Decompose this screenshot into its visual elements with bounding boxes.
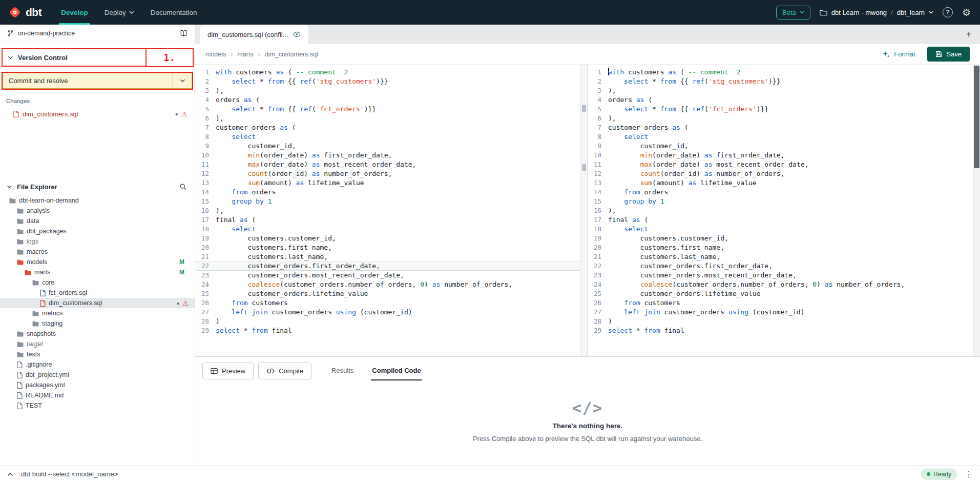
project-selector[interactable]: dbt Learn - mwong / dbt_learn xyxy=(820,9,933,16)
nav-deploy[interactable]: Deploy xyxy=(96,0,142,25)
code-line-24[interactable]: 24 coalesce(customer_orders.number_of_or… xyxy=(588,280,973,289)
code-line-5[interactable]: 5 select * from {{ ref('fct_orders')}} xyxy=(588,105,973,114)
eye-icon[interactable] xyxy=(293,31,301,37)
code-line-23[interactable]: 23 customer_orders.most_recent_order_dat… xyxy=(588,271,973,280)
code-line-22[interactable]: 22 customer_orders.first_order_date, xyxy=(195,262,580,271)
code-line-6[interactable]: 6), xyxy=(588,114,973,123)
preview-button[interactable]: Preview xyxy=(202,363,254,379)
changed-file-dim_customers.sql[interactable]: dim_customers.sql•⚠ xyxy=(0,107,195,120)
breadcrumb-models[interactable]: models xyxy=(205,51,226,58)
help-button[interactable]: ? xyxy=(943,7,953,17)
tree-item-dbt_packages[interactable]: dbt_packages xyxy=(0,226,195,236)
commit-and-resolve-button[interactable]: Commit and resolve xyxy=(3,73,192,89)
code-line-6[interactable]: 6), xyxy=(195,114,580,123)
format-button[interactable]: Format xyxy=(883,50,915,58)
code-line-10[interactable]: 10 min(order_date) as first_order_date, xyxy=(195,151,580,160)
code-line-9[interactable]: 9 customer_id, xyxy=(195,142,580,151)
code-line-18[interactable]: 18 select xyxy=(195,225,580,234)
tree-item-target[interactable]: target xyxy=(0,339,195,349)
tree-item-metrics[interactable]: metrics xyxy=(0,308,195,318)
tree-item-staging[interactable]: staging xyxy=(0,318,195,329)
kebab-menu-icon[interactable]: ⋮ xyxy=(965,470,973,478)
tree-item-packages.yml[interactable]: packages.yml xyxy=(0,380,195,390)
docs-book-icon[interactable] xyxy=(180,30,187,37)
code-line-27[interactable]: 27 left join customer_orders using (cust… xyxy=(195,308,580,317)
code-line-21[interactable]: 21 customers.last_name, xyxy=(195,252,580,262)
code-line-22[interactable]: 22 customer_orders.first_order_date, xyxy=(588,262,973,271)
tree-item-core[interactable]: core xyxy=(0,277,195,288)
code-line-23[interactable]: 23 customer_orders.most_recent_order_dat… xyxy=(195,271,580,280)
tree-item-fct_orders.sql[interactable]: fct_orders.sql xyxy=(0,288,195,298)
code-line-3[interactable]: 3), xyxy=(588,86,973,95)
tree-item-dim_customers.sql[interactable]: dim_customers.sql•⚠ xyxy=(0,298,195,308)
tree-item-logs[interactable]: logs xyxy=(0,236,195,247)
save-button[interactable]: Save xyxy=(927,47,970,62)
code-line-9[interactable]: 9 customer_id, xyxy=(588,142,973,151)
tree-item-README.md[interactable]: README.md xyxy=(0,390,195,400)
chevron-down-icon[interactable] xyxy=(8,56,13,59)
code-line-15[interactable]: 15 group by 1 xyxy=(195,197,580,206)
beta-toggle[interactable]: Beta xyxy=(776,6,810,19)
code-line-16[interactable]: 16), xyxy=(588,206,973,215)
code-line-16[interactable]: 16), xyxy=(195,206,580,215)
code-line-25[interactable]: 25 customer_orders.lifetime_value xyxy=(195,289,580,298)
tree-item-macros[interactable]: macros xyxy=(0,247,195,257)
code-line-26[interactable]: 26 from customers xyxy=(588,298,973,308)
code-line-24[interactable]: 24 coalesce(customer_orders.number_of_or… xyxy=(195,280,580,289)
tab-compiled-code[interactable]: Compiled Code xyxy=(371,362,422,380)
settings-gear-icon[interactable]: ⚙ xyxy=(962,8,971,17)
breadcrumb-file[interactable]: dim_customers.sql xyxy=(265,51,318,58)
code-line-29[interactable]: 29select * from final xyxy=(195,326,580,335)
chevron-down-icon[interactable] xyxy=(7,185,12,189)
code-line-2[interactable]: 2 select * from {{ ref('stg_customers')}… xyxy=(588,77,973,86)
editor-pane-left[interactable]: 1with customers as ( -- comment 22 selec… xyxy=(195,65,587,356)
scrollbar-thumb[interactable] xyxy=(974,66,979,168)
code-line-28[interactable]: 28) xyxy=(588,317,973,326)
code-line-3[interactable]: 3), xyxy=(195,86,580,95)
code-line-13[interactable]: 13 sum(amount) as lifetime_value xyxy=(195,178,580,188)
tree-item-.gitignore[interactable]: .gitignore xyxy=(0,359,195,370)
tree-item-marts[interactable]: martsM xyxy=(0,267,195,277)
tree-item-TEST[interactable]: TEST xyxy=(0,400,195,411)
code-line-17[interactable]: 17final as ( xyxy=(588,215,973,225)
file-explorer-title[interactable]: File Explorer xyxy=(17,183,57,191)
editor-scrollbar[interactable] xyxy=(973,65,980,356)
compile-button[interactable]: Compile xyxy=(258,363,311,379)
code-line-20[interactable]: 20 customers.first_name, xyxy=(588,243,973,252)
tab-results[interactable]: Results xyxy=(330,362,355,380)
dbt-logo[interactable]: dbt xyxy=(0,0,53,25)
version-control-title[interactable]: Version Control xyxy=(18,54,68,62)
code-line-12[interactable]: 12 count(order_id) as number_of_orders, xyxy=(195,169,580,178)
code-line-20[interactable]: 20 customers.first_name, xyxy=(195,243,580,252)
code-line-27[interactable]: 27 left join customer_orders using (cust… xyxy=(588,308,973,317)
code-line-28[interactable]: 28) xyxy=(195,317,580,326)
tree-item-dbt_project.yml[interactable]: dbt_project.yml xyxy=(0,370,195,380)
code-line-19[interactable]: 19 customers.customer_id, xyxy=(195,234,580,243)
command-input[interactable]: dbt build --select <model_name> xyxy=(21,470,118,478)
chevron-up-icon[interactable] xyxy=(7,472,13,476)
code-line-8[interactable]: 8 select xyxy=(588,132,973,142)
code-line-1[interactable]: 1with customers as ( -- comment 2 xyxy=(195,68,580,77)
branch-selector[interactable]: on-demand-practice xyxy=(0,25,195,42)
code-line-14[interactable]: 14 from orders xyxy=(195,188,580,197)
code-line-2[interactable]: 2 select * from {{ ref('stg_customers')}… xyxy=(195,77,580,86)
code-line-12[interactable]: 12 count(order_id) as number_of_orders, xyxy=(588,169,973,178)
code-line-15[interactable]: 15 group by 1 xyxy=(588,197,973,206)
nav-develop[interactable]: Develop xyxy=(53,0,96,25)
code-line-17[interactable]: 17final as ( xyxy=(195,215,580,225)
breadcrumb-marts[interactable]: marts xyxy=(237,51,253,58)
code-line-7[interactable]: 7customer_orders as ( xyxy=(195,123,580,132)
code-line-11[interactable]: 11 max(order_date) as most_recent_order_… xyxy=(588,160,973,169)
code-line-21[interactable]: 21 customers.last_name, xyxy=(588,252,973,262)
code-line-7[interactable]: 7customer_orders as ( xyxy=(588,123,973,132)
tree-item-dbt-learn-on-demand[interactable]: dbt-learn-on-demand xyxy=(0,195,195,206)
code-line-10[interactable]: 10 min(order_date) as first_order_date, xyxy=(588,151,973,160)
code-line-18[interactable]: 18 select xyxy=(588,225,973,234)
code-line-4[interactable]: 4orders as ( xyxy=(588,95,973,105)
code-line-8[interactable]: 8 select xyxy=(195,132,580,142)
code-line-1[interactable]: 1with customers as ( -- comment 2 xyxy=(588,68,973,77)
code-line-29[interactable]: 29select * from final xyxy=(588,326,973,335)
code-line-26[interactable]: 26 from customers xyxy=(195,298,580,308)
editor-overview-ruler[interactable] xyxy=(580,65,587,356)
tab-dim-customers[interactable]: dim_customers.sql (confli... xyxy=(200,25,308,44)
